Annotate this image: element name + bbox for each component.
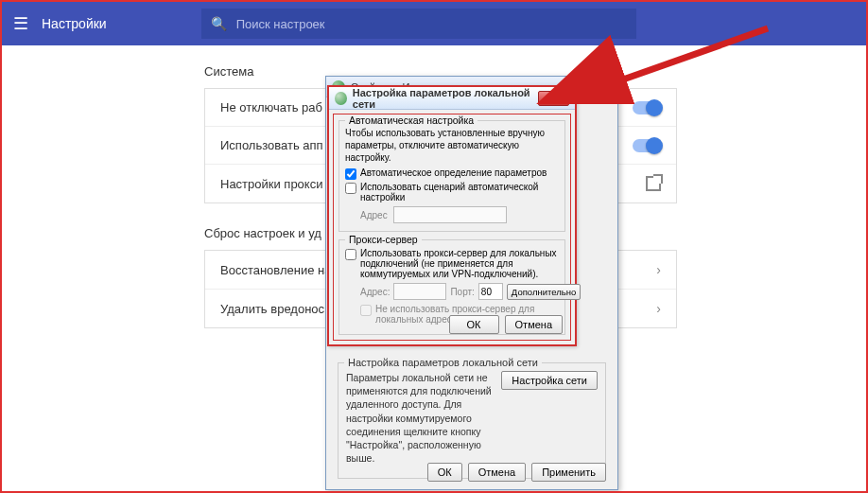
auto-detect-label: Автоматическое определение параметров	[360, 167, 547, 178]
lan-desc: Параметры локальной сети не применяются …	[346, 371, 494, 465]
script-address-label: Адрес	[360, 210, 388, 220]
proxy-legend: Прокси-сервер	[345, 234, 422, 245]
auto-config-legend: Автоматическая настройка	[345, 114, 477, 126]
row-label: Удалить вредонос	[220, 302, 324, 316]
auto-detect-checkbox[interactable]: Автоматическое определение параметров	[345, 167, 559, 180]
toggle-on[interactable]	[633, 139, 661, 152]
auto-detect-input[interactable]	[345, 168, 356, 180]
lan-fieldset-legend: Настройка параметров локальной сети	[344, 357, 542, 368]
use-proxy-label: Использовать прокси-сервер для локальных…	[360, 248, 559, 279]
use-script-input[interactable]	[345, 183, 356, 194]
proxy-address-label: Адрес:	[360, 287, 390, 297]
use-proxy-checkbox[interactable]: Использовать прокси-сервер для локальных…	[345, 248, 559, 279]
page-title: Настройки	[42, 16, 107, 31]
launch-icon	[646, 176, 661, 191]
lan-settings-button[interactable]: Настройка сети	[501, 371, 598, 390]
lan-settings-dialog: Настройка параметров локальной сети ✕ Ав…	[327, 85, 577, 346]
proxy-address-input	[393, 283, 446, 300]
lan-ok-button[interactable]: ОК	[449, 315, 499, 334]
use-script-label: Использовать сценарий автоматической нас…	[360, 182, 559, 202]
row-label: Восстановление на	[220, 263, 331, 277]
lan-dialog-title: Настройка параметров локальной сети	[353, 87, 538, 110]
auto-config-fieldset: Автоматическая настройка Чтобы использов…	[339, 120, 565, 232]
globe-icon	[335, 92, 347, 105]
use-proxy-input[interactable]	[345, 249, 356, 260]
script-address-input	[393, 206, 507, 223]
lan-settings-fieldset: Настройка параметров локальной сети Пара…	[338, 362, 606, 479]
bypass-local-input	[360, 305, 372, 316]
toggle-on[interactable]	[633, 101, 661, 114]
apply-button[interactable]: Применить	[531, 463, 606, 482]
row-label: Не отключать раб	[220, 100, 322, 114]
ok-button[interactable]: ОК	[427, 463, 462, 482]
row-label: Настройки прокси	[220, 177, 322, 191]
chevron-right-icon: ›	[656, 301, 661, 316]
auto-config-desc: Чтобы использовать установленные вручную…	[345, 127, 559, 164]
chevron-right-icon: ›	[656, 262, 661, 277]
proxy-port-label: Порт:	[450, 287, 474, 297]
search-icon: 🔍	[211, 16, 227, 31]
lan-dialog-titlebar[interactable]: Настройка параметров локальной сети ✕	[329, 87, 575, 110]
search-input[interactable]	[236, 17, 627, 31]
proxy-port-input[interactable]	[478, 283, 503, 300]
help-button[interactable]: ?	[593, 79, 612, 95]
settings-topbar: ☰ Настройки 🔍	[2, 2, 866, 45]
menu-icon[interactable]: ☰	[13, 13, 28, 34]
cancel-button[interactable]: Отмена	[468, 463, 526, 482]
row-label: Использовать апп	[220, 138, 323, 152]
close-button[interactable]: ✕	[538, 91, 569, 106]
lan-cancel-button[interactable]: Отмена	[505, 315, 563, 334]
search-box[interactable]: 🔍	[201, 9, 636, 39]
advanced-button[interactable]: Дополнительно	[507, 284, 581, 300]
use-script-checkbox[interactable]: Использовать сценарий автоматической нас…	[345, 182, 559, 202]
